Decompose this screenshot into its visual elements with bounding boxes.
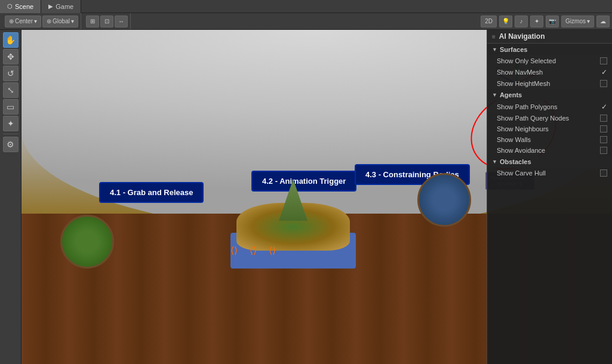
chevron-down-icon: ▾: [34, 18, 37, 24]
chevron-down-icon-3: ▾: [587, 18, 590, 24]
show-neighbours-item[interactable]: Show Neighbours: [487, 124, 612, 134]
show-path-query-nodes-checkbox[interactable]: [600, 115, 607, 122]
show-heightmesh-item[interactable]: Show HeightMesh: [487, 78, 612, 89]
show-only-selected-item[interactable]: Show Only Selected: [487, 55, 612, 66]
section-agents-header[interactable]: ▼ Agents: [487, 89, 612, 101]
tab-game[interactable]: ▶ Game: [41, 0, 81, 13]
main-area: ✋ ✥ ↺ ⤡ ▭ ✦ ⚙ 4.1 - Grab and Release 4.2…: [0, 30, 612, 364]
scene-icon: ⬡: [7, 3, 13, 10]
section-obstacles-title: Obstacles: [500, 158, 531, 165]
show-path-polygons-item[interactable]: Show Path Polygons ✓: [487, 101, 612, 113]
triangle-surfaces-icon: ▼: [492, 47, 497, 53]
triangle-agents-icon: ▼: [492, 92, 497, 98]
game-icon: ▶: [48, 3, 53, 10]
main-toolbar: ⊕ Center ▾ ⊛ Global ▾ ⊞ ⊡ ↔ 2D 💡 ♪ ✦ 📷 G…: [0, 13, 612, 30]
course-button-1[interactable]: 4.1 - Grab and Release: [99, 182, 204, 203]
section-surfaces-title: Surfaces: [500, 46, 527, 53]
global-button[interactable]: ⊛ Global ▾: [42, 16, 78, 27]
show-walls-checkbox[interactable]: [600, 136, 607, 143]
show-carve-hull-item[interactable]: Show Carve Hull: [487, 168, 612, 178]
grid-button[interactable]: ⊞: [86, 16, 99, 27]
search-button[interactable]: ☁: [596, 16, 610, 27]
nav-icon-1: ⟨⟩: [230, 245, 238, 256]
move-tool[interactable]: ✥: [3, 49, 19, 64]
ai-navigation-panel: ≡ AI Navigation ▼ Surfaces Show Only Sel…: [487, 30, 612, 364]
show-avoidance-checkbox[interactable]: [600, 147, 607, 154]
pivot-icon: ⊕: [9, 18, 14, 24]
show-path-polygons-checkmark: ✓: [601, 103, 607, 111]
move-button[interactable]: ↔: [115, 16, 128, 27]
toolbar-group-transform: ⊕ Center ▾ ⊛ Global ▾: [2, 13, 81, 29]
terrain-nav-icons: ⟨⟩ ⟨⟩ ⟨⟩: [230, 245, 276, 256]
show-navmesh-item[interactable]: Show NavMesh ✓: [487, 66, 612, 78]
toolbar-group-grid: ⊞ ⊡ ↔: [84, 13, 131, 29]
audio-button[interactable]: ♪: [515, 16, 528, 27]
nav-icon-3: ⟨⟩: [269, 245, 276, 256]
show-carve-hull-checkbox[interactable]: [600, 169, 607, 177]
camera-button[interactable]: 📷: [546, 16, 559, 27]
scale-tool[interactable]: ⤡: [3, 82, 19, 98]
panel-header: ≡ AI Navigation: [487, 30, 612, 44]
view2d-button[interactable]: 2D: [481, 16, 497, 27]
nav-icon-2: ⟨⟩: [250, 245, 257, 256]
section-obstacles-header[interactable]: ▼ Obstacles: [487, 156, 612, 168]
fx-button[interactable]: ✦: [530, 16, 543, 27]
light-button[interactable]: 💡: [499, 16, 512, 27]
tool-separator: [3, 134, 19, 134]
triangle-obstacles-icon: ▼: [492, 159, 497, 165]
rotate-tool[interactable]: ↺: [3, 66, 19, 81]
center-button[interactable]: ⊕ Center ▾: [5, 16, 41, 27]
gizmos-button[interactable]: Gizmos ▾: [561, 16, 594, 27]
show-heightmesh-checkbox[interactable]: [600, 80, 607, 87]
transform-tool[interactable]: ✦: [3, 116, 19, 131]
top-tab-bar: ⬡ Scene ▶ Game: [0, 0, 612, 13]
tab-scene[interactable]: ⬡ Scene: [0, 0, 41, 13]
section-surfaces-header[interactable]: ▼ Surfaces: [487, 44, 612, 55]
show-only-selected-checkbox[interactable]: [600, 57, 607, 64]
settings-tool[interactable]: ⚙: [3, 137, 19, 152]
hand-tool[interactable]: ✋: [3, 32, 19, 48]
thumbnail-water: [417, 173, 471, 227]
show-walls-item[interactable]: Show Walls: [487, 134, 612, 145]
show-path-query-nodes-item[interactable]: Show Path Query Nodes: [487, 113, 612, 124]
show-avoidance-item[interactable]: Show Avoidance: [487, 145, 612, 156]
toolbar-right: 2D 💡 ♪ ✦ 📷 Gizmos ▾ ☁: [481, 16, 610, 27]
panel-title: AI Navigation: [499, 32, 545, 41]
section-agents-title: Agents: [500, 91, 522, 98]
snap-button[interactable]: ⊡: [100, 16, 113, 27]
show-navmesh-checkmark: ✓: [601, 68, 607, 76]
show-neighbours-checkbox[interactable]: [600, 125, 607, 132]
viewport-3d[interactable]: 4.1 - Grab and Release 4.2 - Animation T…: [21, 30, 612, 364]
panel-menu-icon: ≡: [492, 33, 496, 40]
thumbnail-grass: [60, 215, 114, 269]
chevron-down-icon-2: ▾: [71, 18, 74, 24]
left-toolbar: ✋ ✥ ↺ ⤡ ▭ ✦ ⚙: [0, 30, 21, 364]
global-icon: ⊛: [47, 18, 51, 24]
rect-tool[interactable]: ▭: [3, 99, 19, 115]
